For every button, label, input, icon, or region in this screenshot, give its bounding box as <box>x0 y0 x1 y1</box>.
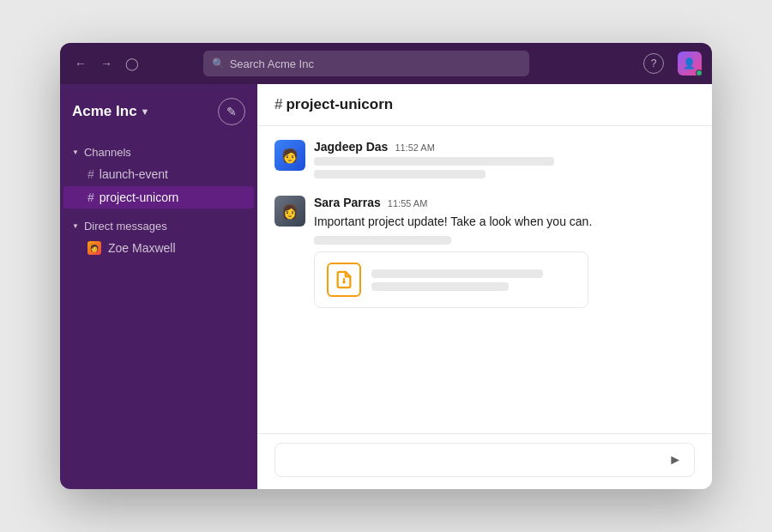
sidebar-item-zoe-maxwell[interactable]: 🧑 Zoe Maxwell <box>63 237 254 259</box>
message-placeholder <box>314 157 695 178</box>
message-header: Sara Parras 11:55 AM <box>314 196 695 209</box>
sidebar: Acme Inc ▼ ✎ ▼ Channels # launch-event # <box>60 84 257 489</box>
attachment-icon <box>327 263 361 297</box>
attachment-title-placeholder <box>371 269 543 278</box>
chat-area: # project-unicorn 🧑 Jagdeep Das 11:52 AM <box>257 84 712 489</box>
dm-avatar-zoe: 🧑 <box>87 241 101 255</box>
message-input[interactable] <box>287 453 661 467</box>
channel-title: # project-unicorn <box>274 96 393 113</box>
message-header: Jagdeep Das 11:52 AM <box>314 140 695 154</box>
send-button[interactable]: ► <box>668 452 682 468</box>
message-text: Important project update! Take a look wh… <box>314 213 695 231</box>
attachment-sub-placeholder <box>371 282 509 291</box>
app-window: ← → ◯ 🔍 Search Acme Inc ? 👤 Acme Inc ▼ <box>60 43 712 489</box>
avatar-sara: 👩 <box>274 196 305 227</box>
online-status-dot <box>696 70 703 76</box>
hash-icon: # <box>87 167 94 181</box>
history-button[interactable]: ◯ <box>122 53 142 74</box>
attachment-lines <box>371 269 576 291</box>
channels-section: ▼ Channels # launch-event # project-unic… <box>60 142 257 209</box>
message-time: 11:55 AM <box>388 198 427 209</box>
hash-icon: # <box>87 190 94 204</box>
title-hash-icon: # <box>274 96 282 113</box>
forward-button[interactable]: → <box>96 53 117 74</box>
message-input-box[interactable]: ► <box>274 443 695 477</box>
workspace-chevron-icon: ▼ <box>141 106 150 117</box>
channel-title-text: project-unicorn <box>286 96 393 113</box>
message-input-area: ► <box>257 433 712 489</box>
dm-name: Zoe Maxwell <box>108 241 176 255</box>
message-time: 11:52 AM <box>395 142 434 153</box>
placeholder-line <box>314 157 554 166</box>
message-author: Sara Parras <box>314 196 381 209</box>
sidebar-item-project-unicorn[interactable]: # project-unicorn <box>63 186 254 209</box>
dm-label: Direct messages <box>84 220 167 233</box>
attachment-card[interactable] <box>314 251 588 308</box>
channels-section-header[interactable]: ▼ Channels <box>60 142 257 162</box>
main-area: Acme Inc ▼ ✎ ▼ Channels # launch-event # <box>60 84 712 489</box>
search-bar[interactable]: 🔍 Search Acme Inc <box>203 51 529 76</box>
help-button[interactable]: ? <box>643 53 664 74</box>
workspace-name-row[interactable]: Acme Inc ▼ <box>72 103 149 120</box>
channel-label: project-unicorn <box>100 190 179 204</box>
user-avatar-wrapper[interactable]: 👤 <box>678 51 702 76</box>
dm-triangle-icon: ▼ <box>72 222 79 230</box>
search-icon: 🔍 <box>212 57 225 70</box>
after-text-placeholder <box>314 236 695 245</box>
sidebar-item-launch-event[interactable]: # launch-event <box>63 163 254 185</box>
message-content: Sara Parras 11:55 AM Important project u… <box>314 196 695 308</box>
message-author: Jagdeep Das <box>314 140 388 154</box>
placeholder-line <box>314 236 451 245</box>
channel-label: launch-event <box>100 167 168 181</box>
channels-label: Channels <box>84 146 131 159</box>
compose-button[interactable]: ✎ <box>218 98 245 125</box>
placeholder-line <box>314 170 486 178</box>
dm-section: ▼ Direct messages 🧑 Zoe Maxwell <box>60 216 257 260</box>
search-placeholder-text: Search Acme Inc <box>230 57 314 70</box>
dm-section-header[interactable]: ▼ Direct messages <box>60 216 257 236</box>
table-row: 🧑 Jagdeep Das 11:52 AM <box>274 140 695 178</box>
workspace-name: Acme Inc <box>72 103 137 120</box>
workspace-header: Acme Inc ▼ ✎ <box>60 84 257 136</box>
channels-triangle-icon: ▼ <box>72 148 79 156</box>
compose-icon: ✎ <box>226 105 237 118</box>
back-button[interactable]: ← <box>70 53 91 74</box>
messages-area: 🧑 Jagdeep Das 11:52 AM 👩 <box>257 126 712 433</box>
table-row: 👩 Sara Parras 11:55 AM Important project… <box>274 196 695 308</box>
chat-header: # project-unicorn <box>257 84 712 126</box>
nav-buttons: ← → ◯ <box>70 53 142 74</box>
avatar-jagdeep: 🧑 <box>274 140 305 171</box>
message-content: Jagdeep Das 11:52 AM <box>314 140 695 178</box>
top-bar: ← → ◯ 🔍 Search Acme Inc ? 👤 <box>60 43 712 84</box>
help-label: ? <box>651 57 657 70</box>
